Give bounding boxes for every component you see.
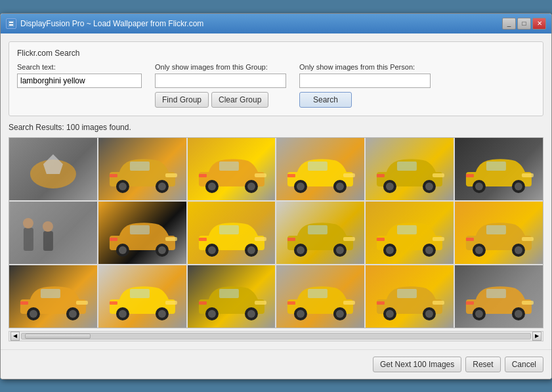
svg-point-59 xyxy=(208,246,216,254)
svg-point-14 xyxy=(208,183,216,190)
svg-rect-128 xyxy=(397,289,417,298)
svg-rect-17 xyxy=(255,173,266,177)
main-content: Flickr.com Search Search text: Only show… xyxy=(1,33,551,349)
svg-rect-45 xyxy=(24,228,33,251)
scroll-left-button[interactable]: ◀ xyxy=(11,332,20,341)
image-cell[interactable] xyxy=(98,265,186,328)
maximize-button[interactable]: □ xyxy=(517,18,531,30)
image-cell[interactable] xyxy=(455,138,543,200)
find-group-button[interactable]: Find Group xyxy=(155,92,209,108)
svg-rect-112 xyxy=(219,289,239,298)
svg-point-16 xyxy=(247,183,255,190)
svg-rect-26 xyxy=(287,174,295,177)
group-input[interactable] xyxy=(155,74,286,88)
svg-rect-0 xyxy=(8,20,14,27)
scroll-right-button[interactable]: ▶ xyxy=(532,332,541,341)
title-bar-left: DisplayFusion Pro ~ Load Wallpaper from … xyxy=(6,18,203,29)
svg-point-77 xyxy=(425,246,433,254)
svg-rect-86 xyxy=(522,237,534,241)
svg-point-61 xyxy=(247,246,255,254)
bottom-bar: Get Next 100 Images Reset Cancel xyxy=(1,349,551,379)
svg-rect-43 xyxy=(486,162,506,171)
horizontal-scrollbar: ◀ ▶ xyxy=(9,331,543,341)
cancel-button[interactable]: Cancel xyxy=(505,357,543,372)
image-cell[interactable] xyxy=(9,265,97,328)
image-cell[interactable] xyxy=(276,138,364,200)
fields-row: Search text: Only show images from this … xyxy=(17,63,535,108)
image-cell[interactable] xyxy=(366,138,454,200)
svg-point-51 xyxy=(119,246,127,254)
svg-point-123 xyxy=(386,310,394,318)
image-cell[interactable] xyxy=(366,202,454,264)
svg-rect-110 xyxy=(255,301,266,305)
svg-rect-27 xyxy=(308,162,328,171)
scroll-thumb[interactable] xyxy=(25,334,91,339)
image-cell[interactable] xyxy=(276,265,364,328)
search-button-row: Search xyxy=(299,92,431,108)
image-cell[interactable] xyxy=(455,265,543,328)
svg-rect-94 xyxy=(76,301,88,305)
svg-rect-10 xyxy=(110,174,117,177)
svg-rect-64 xyxy=(219,225,239,234)
image-cell[interactable] xyxy=(9,202,97,264)
svg-rect-95 xyxy=(20,301,28,305)
svg-rect-9 xyxy=(165,173,177,177)
person-input[interactable] xyxy=(299,74,431,88)
svg-rect-56 xyxy=(130,225,150,234)
close-button[interactable]: ✕ xyxy=(532,18,546,30)
search-section: Flickr.com Search Search text: Only show… xyxy=(9,41,543,116)
svg-rect-120 xyxy=(308,289,328,298)
svg-point-115 xyxy=(297,310,305,318)
svg-rect-1 xyxy=(9,22,13,23)
svg-rect-70 xyxy=(343,237,355,241)
scroll-track[interactable] xyxy=(21,333,531,339)
person-label: Only show images from this Person: xyxy=(299,63,431,71)
svg-point-99 xyxy=(119,310,127,318)
svg-rect-35 xyxy=(397,162,417,171)
image-cell[interactable] xyxy=(188,265,276,328)
image-cell[interactable] xyxy=(366,265,454,328)
svg-rect-96 xyxy=(41,289,60,298)
image-cell[interactable] xyxy=(98,202,186,264)
svg-point-91 xyxy=(30,310,37,318)
image-cell[interactable] xyxy=(98,138,186,200)
image-cell[interactable] xyxy=(276,202,364,264)
svg-point-6 xyxy=(119,183,127,190)
svg-rect-104 xyxy=(130,289,150,298)
image-grid xyxy=(9,137,543,328)
svg-rect-72 xyxy=(308,225,328,234)
svg-point-133 xyxy=(515,310,522,318)
svg-rect-54 xyxy=(165,237,177,241)
svg-point-131 xyxy=(475,310,483,318)
svg-point-69 xyxy=(336,246,344,254)
svg-rect-135 xyxy=(466,301,474,305)
search-button[interactable]: Search xyxy=(299,92,352,108)
reset-button[interactable]: Reset xyxy=(465,357,500,372)
image-cell[interactable] xyxy=(9,138,97,200)
search-text-input[interactable] xyxy=(17,74,142,88)
next-images-button[interactable]: Get Next 100 Images xyxy=(373,357,461,372)
svg-point-24 xyxy=(336,183,344,190)
svg-rect-19 xyxy=(219,162,239,171)
svg-rect-78 xyxy=(433,237,444,241)
svg-rect-80 xyxy=(397,225,417,234)
minimize-button[interactable]: _ xyxy=(502,18,516,30)
svg-rect-11 xyxy=(130,162,150,171)
svg-rect-134 xyxy=(522,301,534,305)
svg-point-46 xyxy=(23,218,33,229)
svg-point-125 xyxy=(425,310,433,318)
svg-rect-111 xyxy=(199,301,207,305)
search-text-label: Search text: xyxy=(17,63,142,71)
svg-rect-62 xyxy=(255,237,266,241)
svg-point-8 xyxy=(158,183,166,190)
section-label: Flickr.com Search xyxy=(17,49,535,58)
svg-point-83 xyxy=(475,246,483,254)
svg-rect-102 xyxy=(165,301,177,305)
svg-rect-33 xyxy=(433,173,444,177)
clear-group-button[interactable]: Clear Group xyxy=(211,92,268,108)
image-cell[interactable] xyxy=(455,202,543,264)
image-cell[interactable] xyxy=(188,202,276,264)
svg-rect-88 xyxy=(486,225,506,234)
image-cell[interactable] xyxy=(188,138,276,200)
svg-point-85 xyxy=(515,246,522,254)
